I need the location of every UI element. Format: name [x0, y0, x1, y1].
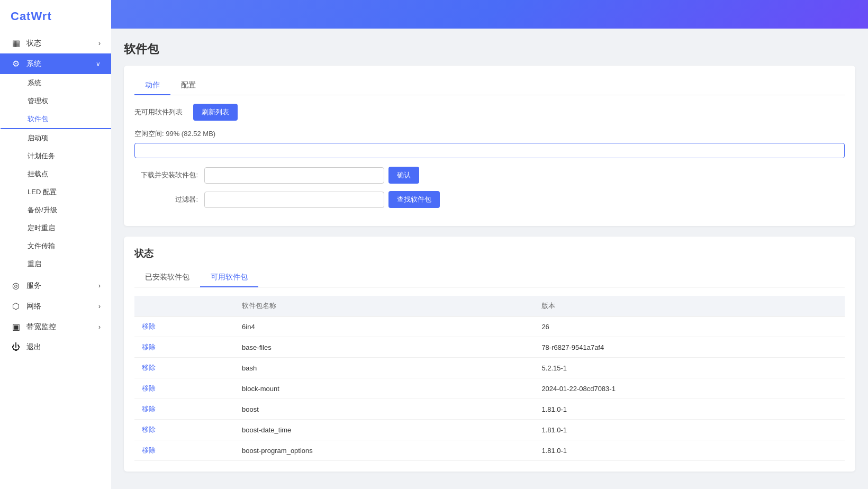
network-icon: ⬡ [11, 301, 21, 311]
space-info: 空闲空间: 99% (82.52 MB) [134, 129, 845, 139]
status-card: 状态 已安装软件包 可用软件包 软件包名称 版本 移除 6in4 2 [124, 237, 855, 472]
table-row: 移除 boost-program_options 1.81.0-1 [134, 440, 845, 461]
bandwidth-icon: ▣ [11, 322, 21, 332]
table-row: 移除 block-mount 2024-01-22-08cd7083-1 [134, 378, 845, 399]
sidebar-item-reboot[interactable]: 重启 [0, 255, 111, 273]
page-title: 软件包 [124, 41, 855, 57]
download-label: 下载并安装软件包: [134, 170, 198, 180]
chevron-right-icon: › [98, 40, 101, 47]
package-version: 1.81.0-1 [534, 420, 845, 440]
search-packages-button[interactable]: 查找软件包 [388, 191, 440, 208]
sidebar-item-backup[interactable]: 备份/升级 [0, 201, 111, 219]
sidebar-item-packages[interactable]: 软件包 [0, 110, 111, 129]
header-bar [111, 0, 868, 29]
col-version-header: 版本 [534, 296, 845, 316]
package-version: 78-r6827-9541a7af4 [534, 337, 845, 358]
table-row: 移除 base-files 78-r6827-9541a7af4 [134, 337, 845, 358]
chevron-down-icon: ∨ [96, 60, 101, 68]
sidebar-item-startup[interactable]: 启动项 [0, 129, 111, 147]
sidebar-item-system[interactable]: ⚙ 系统 ∨ [0, 53, 111, 74]
sidebar-item-services-label: 服务 [26, 281, 41, 291]
status-section-title: 状态 [134, 247, 845, 260]
download-install-row: 下载并安装软件包: 确认 [134, 167, 845, 184]
tab-config[interactable]: 配置 [170, 76, 206, 95]
top-action-row: 无可用软件列表 刷新列表 [134, 104, 845, 121]
remove-button[interactable]: 移除 [142, 363, 156, 373]
filter-row: 过滤器: 查找软件包 [134, 191, 845, 208]
content-area: 软件包 动作 配置 无可用软件列表 刷新列表 空闲空间: 99% (82.52 … [111, 29, 868, 489]
status-tabs: 已安装软件包 可用软件包 [134, 268, 845, 287]
main-content: 软件包 动作 配置 无可用软件列表 刷新列表 空闲空间: 99% (82.52 … [111, 0, 868, 489]
sidebar-item-network[interactable]: ⬡ 网络 › [0, 296, 111, 316]
sidebar-item-status[interactable]: ▦ 状态 › [0, 33, 111, 53]
table-header-row: 软件包名称 版本 [134, 296, 845, 316]
package-version: 2024-01-22-08cd7083-1 [534, 378, 845, 399]
package-name: boost-program_options [234, 440, 534, 461]
col-name-header: 软件包名称 [234, 296, 534, 316]
table-row: 移除 bash 5.2.15-1 [134, 358, 845, 378]
remove-button[interactable]: 移除 [142, 384, 156, 393]
sidebar-item-status-label: 状态 [26, 39, 41, 48]
package-version: 26 [534, 316, 845, 337]
no-list-text: 无可用软件列表 [134, 107, 183, 117]
package-version: 1.81.0-1 [534, 399, 845, 420]
sidebar-item-bandwidth[interactable]: ▣ 带宽监控 › [0, 316, 111, 337]
remove-button[interactable]: 移除 [142, 425, 156, 434]
sidebar-item-logout-label: 退出 [26, 342, 41, 352]
table-row: 移除 boost-date_time 1.81.0-1 [134, 420, 845, 440]
services-icon: ◎ [11, 280, 21, 291]
confirm-button[interactable]: 确认 [388, 167, 419, 184]
remove-button[interactable]: 移除 [142, 446, 156, 455]
sidebar-item-scheduled[interactable]: 计划任务 [0, 147, 111, 165]
logo: CatWrt [0, 0, 111, 33]
action-tabs: 动作 配置 [134, 76, 845, 95]
download-input[interactable] [204, 167, 384, 184]
sidebar-item-logout[interactable]: ⏻ 退出 [0, 337, 111, 357]
packages-table: 软件包名称 版本 移除 6in4 26 移除 base-files 78-r68… [134, 296, 845, 461]
package-name: 6in4 [234, 316, 534, 337]
logout-icon: ⏻ [11, 342, 21, 352]
gear-icon: ⚙ [11, 59, 21, 69]
chevron-right-icon-network: › [98, 303, 101, 310]
sidebar: CatWrt ▦ 状态 › ⚙ 系统 ∨ 系统 管理权 软件包 启动项 计划任务… [0, 0, 111, 489]
tab-action[interactable]: 动作 [134, 76, 170, 95]
sidebar-item-services[interactable]: ◎ 服务 › [0, 275, 111, 296]
table-row: 移除 6in4 26 [134, 316, 845, 337]
sidebar-item-management[interactable]: 管理权 [0, 92, 111, 110]
tab-installed[interactable]: 已安装软件包 [134, 268, 200, 287]
package-name: base-files [234, 337, 534, 358]
package-version: 5.2.15-1 [534, 358, 845, 378]
sidebar-item-mount[interactable]: 挂载点 [0, 165, 111, 183]
sidebar-item-led[interactable]: LED 配置 [0, 183, 111, 201]
package-name: boost [234, 399, 534, 420]
tab-available[interactable]: 可用软件包 [200, 268, 258, 287]
refresh-list-button[interactable]: 刷新列表 [193, 104, 238, 121]
package-name: block-mount [234, 378, 534, 399]
sidebar-item-bandwidth-label: 带宽监控 [26, 322, 56, 332]
chevron-right-icon-bandwidth: › [98, 323, 101, 331]
remove-button[interactable]: 移除 [142, 342, 156, 352]
filter-label: 过滤器: [134, 195, 198, 204]
package-version: 1.81.0-1 [534, 440, 845, 461]
package-name: bash [234, 358, 534, 378]
remove-button[interactable]: 移除 [142, 404, 156, 414]
sidebar-item-reboot-timer[interactable]: 定时重启 [0, 219, 111, 237]
remove-button[interactable]: 移除 [142, 322, 156, 331]
table-row: 移除 boost 1.81.0-1 [134, 399, 845, 420]
sidebar-item-file-transfer[interactable]: 文件传输 [0, 237, 111, 255]
action-card: 动作 配置 无可用软件列表 刷新列表 空闲空间: 99% (82.52 MB) … [124, 66, 855, 226]
package-name: boost-date_time [234, 420, 534, 440]
col-action-header [134, 296, 234, 316]
chevron-right-icon-services: › [98, 282, 101, 289]
filter-input[interactable] [204, 192, 384, 208]
pkg-input-bar[interactable] [134, 143, 845, 158]
sidebar-item-network-label: 网络 [26, 302, 41, 311]
sidebar-item-system-sub[interactable]: 系统 [0, 74, 111, 92]
sidebar-item-system-label: 系统 [26, 59, 41, 69]
grid-icon: ▦ [11, 38, 21, 48]
